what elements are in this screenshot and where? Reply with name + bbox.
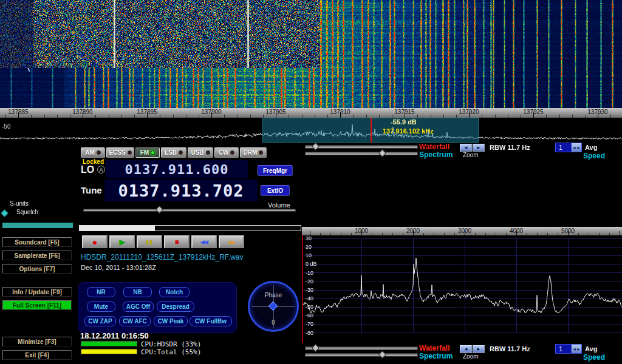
menu-label: Info / Update [F9] [12, 289, 62, 295]
mode-fm-button[interactable]: FM [135, 147, 160, 158]
db-tick-label: 10 [306, 252, 326, 258]
play-icon: ▶ [119, 238, 125, 246]
zoom-out-button[interactable]: ◄ [460, 144, 472, 152]
dsp-agc-button[interactable]: AGC Off [123, 302, 154, 312]
top-display-lower-slider[interactable] [305, 152, 418, 155]
frequency-pan-fill [80, 226, 155, 231]
pause-button[interactable]: ▮▮ [137, 235, 162, 248]
waterfall-tab[interactable]: Waterfall [419, 344, 449, 352]
volume-label: Volume [268, 201, 290, 209]
mode-label: FM [140, 149, 149, 156]
lo-label: LO [81, 164, 94, 175]
rbw-readout: RBW 11.7 Hz [490, 144, 530, 151]
cpu-total-bar [81, 349, 137, 354]
squelch-label: Squelch [16, 209, 38, 215]
freq-tick-label: 137925 [520, 109, 547, 115]
audio-frequency-scale[interactable]: 1000 2000 3000 4000 5000 [302, 227, 622, 235]
menu-exit-button[interactable]: Exit [F4] [2, 350, 72, 360]
slider-thumb[interactable] [378, 149, 386, 157]
avg-value: 1 [556, 144, 571, 151]
zoom-label: Zoom [463, 353, 479, 360]
mode-label: LSB [165, 149, 177, 156]
dsp-cwfullbw-button[interactable]: CW FullBw [190, 316, 232, 326]
menu-info-update-button[interactable]: Info / Update [F9] [2, 287, 72, 297]
spin-arrows-icon[interactable]: ◄► [571, 143, 581, 152]
db-tick-label: -20 [306, 278, 326, 285]
avg-value: 1 [556, 345, 571, 352]
menu-soundcard-button[interactable]: Soundcard [F5] [2, 237, 72, 247]
dsp-cwpeak-button[interactable]: CW Peak [154, 316, 188, 326]
freq-tick-label: 137930 [584, 109, 611, 115]
phase-value: 0 [250, 319, 297, 326]
speed-label: Speed [583, 152, 605, 160]
dsp-nb-button[interactable]: NB [123, 287, 152, 297]
record-button[interactable]: ● [82, 235, 108, 248]
dsp-cwzap-button[interactable]: CW ZAP [84, 316, 116, 326]
slider-thumb[interactable] [312, 143, 320, 150]
spin-arrows-icon[interactable]: ◄► [571, 345, 581, 353]
cpu-hdsdr-bar [81, 341, 137, 346]
lo-channel-button[interactable]: A [97, 166, 105, 174]
hdsdr-window: 30 137885 137890 137895 137900 137905 13… [0, 0, 622, 364]
db-tick-label: -70 [306, 321, 326, 327]
menu-minimize-button[interactable]: Minimize [F3] [2, 337, 72, 346]
cpu-hdsdr-fill [81, 342, 137, 346]
mode-led-icon [179, 150, 183, 155]
mode-am-button[interactable]: AM [81, 147, 105, 158]
overview-spectrum[interactable]: -50 -55.9 dB 137.916.102 kHz [0, 118, 622, 143]
audio-waterfall[interactable] [0, 0, 320, 68]
volume-slider[interactable] [83, 209, 296, 212]
menu-label: Exit [F4] [25, 352, 49, 359]
mode-ecss-button[interactable]: ECSS [106, 147, 134, 158]
dsp-notch-button[interactable]: Notch [159, 287, 190, 297]
menu-options-button[interactable]: Options [F7] [2, 264, 72, 274]
avg-select[interactable]: 1 ◄► [555, 143, 582, 152]
top-display-upper-slider[interactable] [305, 145, 418, 149]
zoom-in-button[interactable]: ► [473, 345, 485, 353]
bottom-display-upper-slider[interactable] [305, 346, 418, 350]
audio-spectrum-canvas[interactable] [303, 235, 622, 343]
audio-spectrum[interactable]: 30 20 10 0 dB -10 -20 -30 -40 -50 -60 -7… [302, 235, 622, 343]
bottom-display-lower-slider[interactable] [305, 353, 418, 357]
menu-fullscreen-button[interactable]: Full Screen [F11] [2, 300, 72, 310]
play-button[interactable]: ▶ [109, 235, 135, 248]
dsp-nr-button[interactable]: NR [87, 287, 115, 297]
dsp-mute-button[interactable]: Mute [87, 302, 115, 312]
slider-thumb[interactable] [312, 344, 320, 352]
dsp-cwafc-button[interactable]: CW AFC [119, 316, 151, 326]
mode-led-icon [128, 150, 132, 155]
loop-button[interactable]: ∞ [219, 235, 244, 248]
phase-indicator[interactable]: Phase 0 [248, 281, 299, 332]
mode-lsb-button[interactable]: LSB [161, 147, 186, 158]
recording-timestamp: Dec 10, 2011 - 13:01:28Z [81, 264, 156, 271]
mode-drm-button[interactable]: DRM [240, 147, 267, 158]
spectrum-tab[interactable]: Spectrum [419, 352, 453, 360]
avg-select[interactable]: 1 ◄► [555, 344, 582, 354]
menu-samplerate-button[interactable]: Samplerate [F6] [2, 251, 72, 260]
freq-tick-label: 137910 [327, 109, 354, 115]
waterfall-tab[interactable]: Waterfall [419, 143, 449, 151]
tune-frequency-display[interactable]: 0137.913.702 [104, 180, 258, 201]
zoom-in-button[interactable]: ► [473, 144, 485, 152]
mode-usb-button[interactable]: USB [188, 147, 213, 158]
rewind-button[interactable]: ◀◀ [191, 235, 217, 248]
spectrum-tab[interactable]: Spectrum [419, 150, 453, 159]
squelch-slider[interactable] [1, 209, 9, 217]
frequency-scale[interactable]: 137885 137890 137895 137900 137905 13791… [0, 108, 622, 118]
avg-label: Avg [585, 345, 597, 352]
zoom-label: Zoom [463, 152, 479, 158]
frequency-pan-slider[interactable] [79, 225, 301, 231]
speed-label: Speed [583, 353, 605, 362]
recording-file-name: HDSDR_20111210_125611Z_137912kHz_RF.wav [81, 253, 244, 261]
lo-frequency-display[interactable]: 0137.911.600 [106, 160, 248, 178]
slider-thumb[interactable] [378, 351, 386, 359]
freq-tick-label: 137890 [69, 109, 96, 115]
db-tick-label: -80 [306, 330, 326, 336]
mode-cw-button[interactable]: CW [214, 147, 239, 158]
volume-slider-thumb[interactable] [156, 206, 163, 214]
stop-button[interactable]: ■ [164, 235, 190, 248]
dsp-despread-button[interactable]: Despread [157, 302, 194, 312]
zoom-out-button[interactable]: ◄ [460, 345, 472, 353]
extio-button[interactable]: ExtIO [261, 185, 290, 196]
freqmgr-button[interactable]: FreqMgr [258, 165, 293, 176]
